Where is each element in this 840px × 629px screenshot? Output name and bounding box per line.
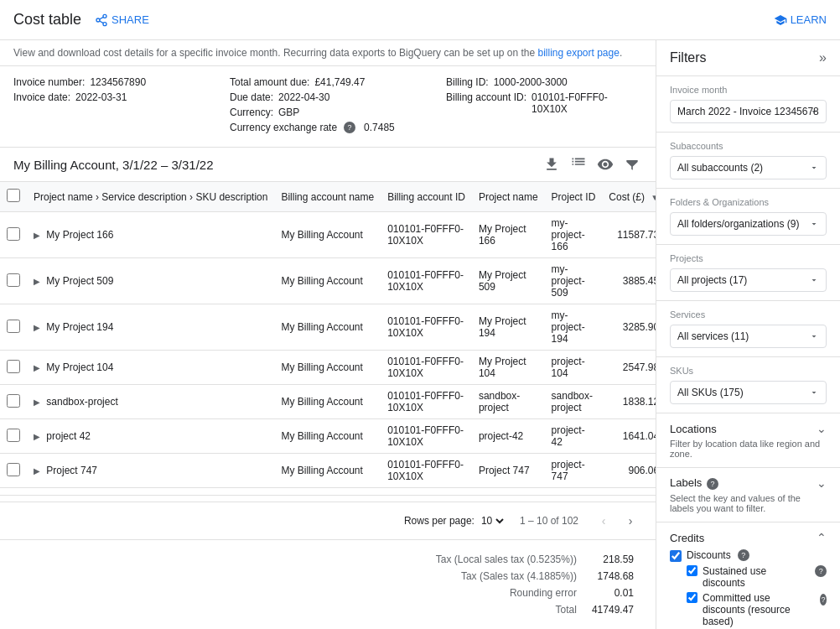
row-checkbox[interactable] bbox=[7, 360, 20, 373]
filter-services: Services All services (11) bbox=[656, 301, 840, 357]
rows-per-page-select[interactable]: 10 25 50 bbox=[478, 514, 506, 528]
table-layout-icon[interactable] bbox=[568, 154, 589, 174]
exchange-rate-row: Currency exchange rate ? 0.7485 bbox=[230, 122, 426, 133]
row-project-id: my-project-509 bbox=[545, 258, 603, 304]
expand-row-button[interactable]: ▶ bbox=[34, 323, 40, 332]
app-header: Cost table SHARE LEARN bbox=[0, 0, 840, 40]
table-header-bar: My Billing Account, 3/1/22 – 3/31/22 bbox=[0, 148, 656, 181]
projects-select[interactable]: All projects (17) bbox=[670, 268, 827, 292]
select-all-checkbox[interactable] bbox=[7, 189, 20, 202]
filters-sidebar: Filters » Invoice month March 2022 - Inv… bbox=[656, 40, 840, 629]
table-actions bbox=[542, 154, 642, 174]
currency-label: Currency: bbox=[230, 107, 273, 118]
header-left: Cost table SHARE bbox=[13, 11, 149, 29]
discounts-checkbox[interactable] bbox=[670, 550, 682, 562]
billing-export-link[interactable]: billing export page bbox=[537, 47, 619, 59]
committed-use-help-icon[interactable]: ? bbox=[820, 594, 827, 606]
sustained-use-help-icon[interactable]: ? bbox=[815, 565, 827, 577]
rounding-row: Rounding error 0.01 bbox=[429, 585, 640, 600]
sidebar-toggle-button[interactable]: » bbox=[819, 50, 827, 65]
expand-row-button[interactable]: ▶ bbox=[34, 277, 40, 286]
row-checkbox[interactable] bbox=[7, 394, 20, 408]
expand-row-button[interactable]: ▶ bbox=[34, 466, 40, 476]
learn-button[interactable]: LEARN bbox=[774, 13, 827, 27]
expand-row-button[interactable]: ▶ bbox=[34, 432, 40, 441]
header-billing-account-id: Billing account ID bbox=[381, 182, 472, 212]
row-project-name-col: My Project 509 bbox=[472, 258, 545, 304]
row-checkbox-cell bbox=[0, 454, 27, 488]
row-project-name-col: My Project 194 bbox=[472, 304, 545, 351]
next-page-button[interactable]: › bbox=[619, 509, 642, 533]
invoice-month-select[interactable]: March 2022 - Invoice 1234567890 bbox=[670, 100, 827, 123]
row-checkbox[interactable] bbox=[7, 463, 20, 476]
row-project-id: sandbox-project bbox=[545, 385, 603, 419]
filter-folders: Folders & Organizations All folders/orga… bbox=[656, 189, 840, 245]
exchange-rate-help-icon[interactable]: ? bbox=[344, 122, 355, 133]
expand-row-button[interactable]: ▶ bbox=[34, 398, 40, 407]
locations-header[interactable]: Locations ⌄ bbox=[670, 422, 827, 435]
labels-desc: Select the key and values of the labels … bbox=[670, 493, 827, 513]
tax-local-row: Tax (Local sales tax (0.5235%)) 218.59 bbox=[429, 552, 640, 567]
labels-help-icon[interactable]: ? bbox=[707, 478, 718, 490]
expand-row-button[interactable]: ▶ bbox=[34, 231, 40, 240]
billing-account-id-label: Billing account ID: bbox=[446, 91, 526, 115]
svg-point-2 bbox=[103, 22, 106, 25]
header-project-id: Project ID bbox=[545, 182, 603, 212]
filter-columns-icon[interactable] bbox=[622, 154, 642, 174]
services-select[interactable]: All services (11) bbox=[670, 325, 827, 348]
billing-id-value: 1000-2000-3000 bbox=[494, 76, 568, 88]
row-cost: 2547.98 bbox=[602, 351, 656, 385]
row-checkbox-cell bbox=[0, 304, 27, 351]
due-date-label: Due date: bbox=[230, 91, 273, 103]
share-button[interactable]: SHARE bbox=[95, 13, 149, 27]
billing-account-id-value: 010101-F0FFF0-10X10X bbox=[531, 91, 642, 115]
main-layout: View and download cost details for a spe… bbox=[0, 40, 840, 629]
table-row: ▶ My Project 166 My Billing Account 0101… bbox=[0, 212, 656, 258]
svg-line-3 bbox=[100, 21, 104, 23]
download-icon[interactable] bbox=[542, 154, 562, 174]
projects-label: Projects bbox=[670, 253, 827, 263]
locations-title: Locations bbox=[670, 423, 717, 435]
learn-icon bbox=[774, 13, 787, 27]
sustained-use-checkbox[interactable] bbox=[687, 565, 697, 576]
invoice-section-left: Invoice number: 1234567890 Invoice date:… bbox=[13, 76, 210, 137]
row-project-name: My Project 104 bbox=[46, 361, 113, 373]
pagination-bar: Rows per page: 10 25 50 1 – 10 of 102 ‹ … bbox=[0, 502, 656, 539]
credits-collapse-icon[interactable]: ⌃ bbox=[817, 531, 827, 544]
subaccounts-select[interactable]: All subaccounts (2) bbox=[670, 156, 827, 179]
row-checkbox[interactable] bbox=[7, 429, 20, 442]
committed-use-checkbox[interactable] bbox=[687, 592, 697, 603]
table-title: My Billing Account, 3/1/22 – 3/31/22 bbox=[13, 158, 213, 172]
horizontal-scrollbar[interactable] bbox=[0, 495, 656, 502]
row-checkbox[interactable] bbox=[7, 273, 20, 287]
header-checkbox-col bbox=[0, 182, 27, 212]
skus-select[interactable]: All SKUs (175) bbox=[670, 381, 827, 404]
row-cost: 11587.73 bbox=[602, 212, 656, 258]
prev-page-button[interactable]: ‹ bbox=[592, 509, 615, 533]
committed-use-label: Committed use discounts (resource based) bbox=[703, 592, 813, 627]
tax-local-label: Tax (Local sales tax (0.5235%)) bbox=[429, 552, 583, 567]
credits-header: Credits ⌃ bbox=[670, 531, 827, 544]
info-text-after: . bbox=[620, 47, 622, 59]
row-project-name: project 42 bbox=[46, 430, 91, 442]
sort-icon: ▼ bbox=[651, 193, 656, 202]
row-checkbox-cell bbox=[0, 258, 27, 304]
filter-projects: Projects All projects (17) bbox=[656, 245, 840, 301]
invoice-number-label: Invoice number: bbox=[13, 76, 85, 88]
labels-header[interactable]: Labels ? ⌄ bbox=[670, 476, 827, 490]
discounts-help-icon[interactable]: ? bbox=[738, 549, 749, 561]
svg-point-1 bbox=[96, 18, 100, 22]
row-checkbox[interactable] bbox=[7, 227, 20, 241]
folders-select[interactable]: All folders/organizations (9) bbox=[670, 212, 827, 236]
sustained-use-label: Sustained use discounts bbox=[703, 565, 808, 589]
row-billing-account-id: 010101-F0FFF0-10X10X bbox=[381, 385, 472, 419]
summary-table: Tax (Local sales tax (0.5235%)) 218.59 T… bbox=[428, 550, 642, 619]
row-project-name-col: sandbox-project bbox=[472, 385, 545, 419]
services-label: Services bbox=[670, 309, 827, 320]
expand-row-button[interactable]: ▶ bbox=[34, 363, 40, 372]
visibility-icon[interactable] bbox=[595, 154, 615, 174]
data-table: Project name › Service description › SKU… bbox=[0, 181, 656, 495]
row-checkbox[interactable] bbox=[7, 320, 20, 333]
locations-collapse-icon: ⌄ bbox=[817, 422, 827, 435]
invoice-number-value: 1234567890 bbox=[90, 76, 146, 88]
